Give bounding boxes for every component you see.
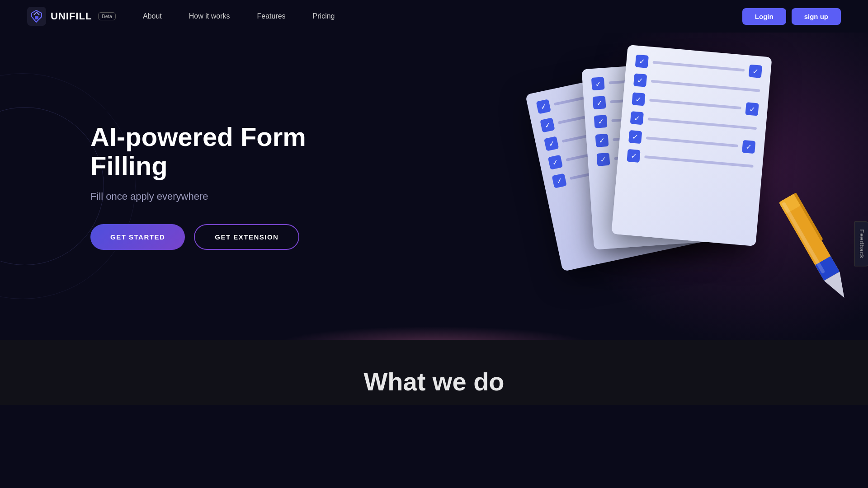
logo-icon [27,7,46,26]
what-we-do-title: What we do [0,367,868,396]
svg-rect-1 [35,16,38,19]
nav-link-how-it-works[interactable]: How it works [189,12,230,20]
bottom-section: What we do [0,340,868,405]
logo-area[interactable]: UNIFILL Beta [27,7,116,26]
forms-container: ✓ ✓ ✓ ✓ ✓ ✓✓ ✓ ✓✓ ✓ ✓✓ ✓✓ ✓ ✓✓ ✓ ✓✓ [515,51,832,322]
logo-text: UNIFILL [51,10,92,22]
get-started-button[interactable]: GET STARTED [90,224,185,250]
nav-link-features[interactable]: Features [257,12,285,20]
login-button[interactable]: Login [742,8,786,25]
beta-badge: Beta [98,12,116,20]
hero-subtitle: Fill once apply everywhere [90,191,344,202]
hero-content: AI-powered Form Filling Fill once apply … [90,122,344,250]
hero-illustration: ✓ ✓ ✓ ✓ ✓ ✓✓ ✓ ✓✓ ✓ ✓✓ ✓✓ ✓ ✓✓ ✓ ✓✓ [515,51,832,322]
nav-actions: Login sign up [742,8,841,25]
get-extension-button[interactable]: GET EXTENSION [194,224,299,250]
hero-buttons: GET STARTED GET EXTENSION [90,224,344,250]
signup-button[interactable]: sign up [792,8,841,25]
navbar: UNIFILL Beta About How it works Features… [0,0,868,33]
nav-link-about[interactable]: About [143,12,162,20]
hero-section: AI-powered Form Filling Fill once apply … [0,33,868,340]
nav-link-pricing[interactable]: Pricing [313,12,335,20]
nav-links: About How it works Features Pricing [143,12,742,20]
hero-title: AI-powered Form Filling [90,122,344,180]
feedback-tab[interactable]: Feedback [854,221,868,266]
